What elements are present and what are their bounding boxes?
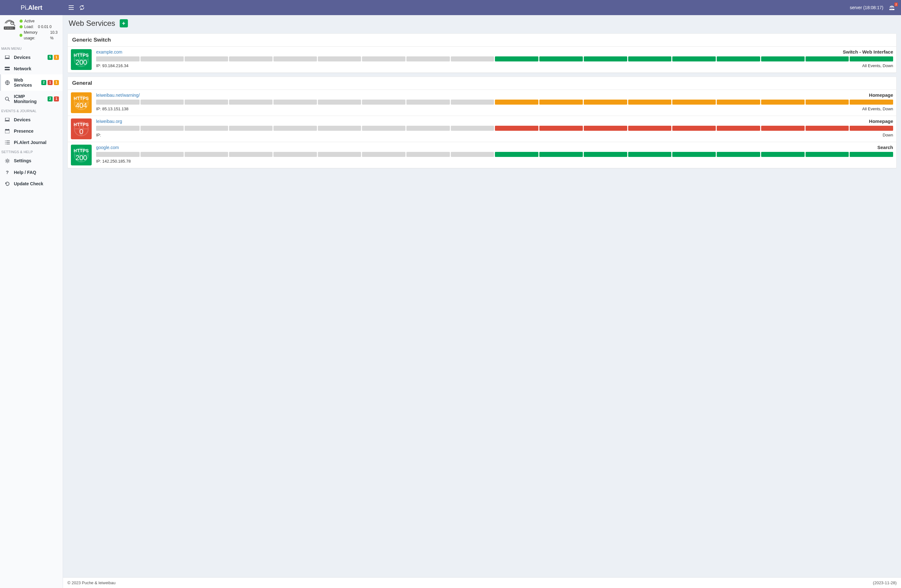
uptime-bar bbox=[96, 126, 893, 131]
svg-point-4 bbox=[892, 9, 893, 10]
sidebar-item-settings[interactable]: Settings bbox=[0, 155, 63, 166]
sidebar-item-icmp[interactable]: ICMP Monitoring 2 1 bbox=[0, 91, 63, 107]
uptime-segment bbox=[140, 56, 184, 61]
uptime-segment bbox=[717, 126, 760, 131]
svg-point-8 bbox=[5, 28, 6, 29]
panel-title: Generic Switch bbox=[68, 34, 896, 47]
menu-toggle-icon[interactable] bbox=[69, 5, 74, 10]
brand-left: Pi bbox=[21, 4, 26, 11]
status-tile[interactable]: HTTPS200 bbox=[71, 145, 92, 165]
uptime-segment bbox=[406, 100, 450, 104]
uptime-segment bbox=[96, 152, 140, 157]
uptime-segment bbox=[140, 152, 184, 157]
uptime-segment bbox=[273, 126, 317, 131]
side-heading-settings: SETTINGS & HELP bbox=[0, 148, 63, 155]
svg-line-38 bbox=[8, 162, 9, 162]
sidebar-item-network[interactable]: Network bbox=[0, 63, 63, 74]
uptime-segment bbox=[672, 152, 716, 157]
uptime-segment bbox=[140, 126, 184, 131]
list-icon bbox=[5, 140, 10, 144]
service-name: Switch - Web Interface bbox=[843, 49, 893, 55]
uptime-segment bbox=[185, 152, 228, 157]
uptime-segment bbox=[628, 152, 672, 157]
sidebar-item-devices-events[interactable]: Devices bbox=[0, 114, 63, 125]
server-label[interactable]: server (18:08:17) bbox=[850, 5, 883, 10]
uptime-segment bbox=[273, 56, 317, 61]
svg-line-19 bbox=[8, 100, 9, 101]
service-url-link[interactable]: example.com bbox=[96, 50, 122, 55]
svg-rect-15 bbox=[5, 67, 10, 68]
svg-point-0 bbox=[892, 7, 893, 8]
svg-point-29 bbox=[5, 140, 6, 141]
sidebar-item-devices[interactable]: Devices 5 1 bbox=[0, 51, 63, 63]
uptime-segment bbox=[806, 126, 849, 131]
svg-point-32 bbox=[6, 160, 8, 162]
status-tile[interactable]: HTTPS200 bbox=[71, 49, 92, 70]
service-url-link[interactable]: leiweibau.org bbox=[96, 119, 122, 124]
uptime-bar bbox=[96, 152, 893, 157]
svg-rect-21 bbox=[5, 121, 10, 121]
refresh-icon[interactable] bbox=[80, 5, 84, 10]
svg-rect-23 bbox=[5, 129, 9, 131]
sidebar-item-webservices[interactable]: Web Services 2 1 1 bbox=[0, 74, 63, 91]
service-name: Homepage bbox=[869, 92, 893, 98]
uptime-segment bbox=[850, 100, 893, 104]
sidebar-item-label: Devices bbox=[14, 117, 59, 122]
uptime-segment bbox=[406, 56, 450, 61]
sidebar-item-presence[interactable]: Presence bbox=[0, 125, 63, 137]
svg-line-39 bbox=[8, 159, 9, 160]
service-url-link[interactable]: leiweibau.net/warning/ bbox=[96, 93, 140, 98]
badge-red: 1 bbox=[48, 80, 53, 85]
brand-logo[interactable]: Pi.Alert bbox=[0, 0, 63, 15]
status-tile[interactable]: HTTPS404 bbox=[71, 92, 92, 113]
uptime-segment bbox=[96, 56, 140, 61]
uptime-segment bbox=[717, 100, 760, 104]
svg-line-37 bbox=[6, 159, 6, 160]
footer-right: (2023-11-28) bbox=[873, 580, 896, 585]
sidebar-item-help[interactable]: ? Help / FAQ bbox=[0, 166, 63, 178]
sidebar-item-update[interactable]: Update Check bbox=[0, 178, 63, 189]
status-mem-value: 10.3 % bbox=[50, 30, 60, 41]
antenna-icon[interactable]: 2 bbox=[889, 5, 895, 11]
service-notes: All Events, Down bbox=[862, 63, 893, 68]
laptop-icon bbox=[5, 55, 10, 59]
uptime-segment bbox=[806, 56, 849, 61]
side-heading-main: MAIN MENU bbox=[0, 45, 63, 51]
uptime-segment bbox=[850, 126, 893, 131]
uptime-segment bbox=[362, 100, 405, 104]
network-icon bbox=[5, 67, 10, 70]
svg-point-2 bbox=[890, 9, 891, 10]
uptime-segment bbox=[761, 100, 804, 104]
uptime-segment bbox=[273, 100, 317, 104]
sidebar-item-journal[interactable]: Pi.Alert Journal bbox=[0, 137, 63, 148]
service-panel: Generic SwitchHTTPS200example.comSwitch … bbox=[67, 33, 896, 73]
uptime-segment bbox=[628, 56, 672, 61]
service-ip: IP: bbox=[96, 133, 101, 137]
uptime-segment bbox=[229, 56, 273, 61]
notif-badge: 2 bbox=[895, 3, 898, 6]
uptime-segment bbox=[539, 56, 583, 61]
uptime-segment bbox=[229, 152, 273, 157]
status-tile[interactable]: HTTPS0 bbox=[71, 119, 92, 139]
calendar-icon bbox=[5, 129, 10, 133]
system-status: Active Load: 0 0.01 0 Memory usage: 10.3… bbox=[0, 15, 63, 45]
uptime-segment bbox=[628, 100, 672, 104]
side-heading-events: EVENTS & JOURNAL bbox=[0, 107, 63, 114]
service-row: HTTPS200example.comSwitch - Web Interfac… bbox=[68, 47, 896, 72]
sidebar-item-label: Presence bbox=[14, 129, 59, 134]
badge-green: 5 bbox=[48, 55, 53, 60]
uptime-segment bbox=[761, 126, 804, 131]
badge-green: 2 bbox=[48, 97, 53, 101]
sidebar-item-label: ICMP Monitoring bbox=[14, 94, 44, 104]
service-url-link[interactable]: google.com bbox=[96, 145, 119, 150]
add-service-button[interactable]: + bbox=[120, 19, 128, 27]
uptime-bar bbox=[96, 56, 893, 61]
svg-point-3 bbox=[891, 9, 892, 10]
uptime-segment bbox=[406, 126, 450, 131]
svg-point-11 bbox=[10, 28, 11, 29]
panel-title: General bbox=[68, 77, 896, 90]
sidebar-item-label: Help / FAQ bbox=[14, 170, 59, 175]
svg-line-6 bbox=[14, 24, 15, 26]
service-row: HTTPS200google.comSearchIP: 142.250.185.… bbox=[68, 142, 896, 168]
uptime-segment bbox=[584, 100, 627, 104]
